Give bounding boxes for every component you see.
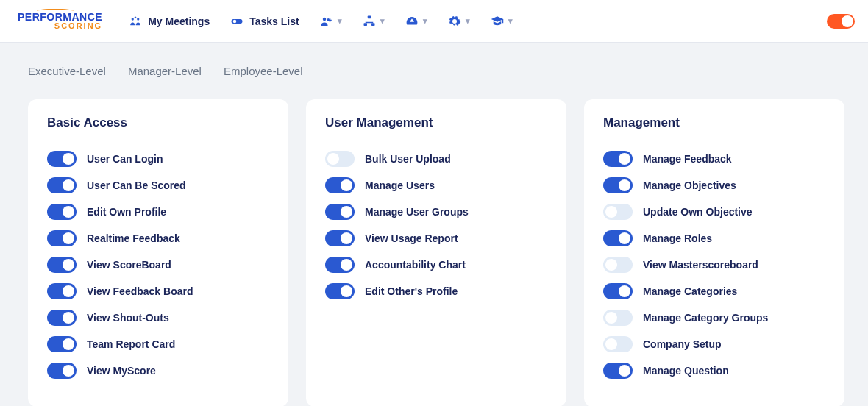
permission-toggle[interactable] (47, 363, 77, 379)
svg-rect-7 (363, 23, 367, 26)
permission-toggle[interactable] (47, 283, 77, 299)
level-tabs: Executive-Level Manager-Level Employee-L… (28, 65, 840, 77)
permission-label: Manage User Groups (365, 206, 469, 218)
permission-toggle[interactable] (603, 230, 633, 246)
people-meeting-icon (129, 15, 142, 28)
permission-row: Edit Own Profile (47, 204, 269, 220)
permission-toggle[interactable] (603, 310, 633, 326)
svg-rect-6 (367, 15, 371, 18)
nav-tasks-list-label: Tasks List (249, 15, 299, 27)
chevron-down-icon: ▾ (508, 16, 513, 26)
permission-row: User Can Login (47, 151, 269, 167)
permission-toggle[interactable] (603, 151, 633, 167)
chevron-down-icon: ▾ (380, 16, 385, 26)
permission-toggle[interactable] (47, 336, 77, 352)
permission-toggle[interactable] (325, 257, 355, 273)
svg-point-1 (137, 18, 139, 20)
permission-toggle[interactable] (47, 177, 77, 193)
permission-row: Team Report Card (47, 336, 269, 352)
permission-label: Manage Category Groups (643, 312, 768, 324)
permission-label: View Masterscoreboard (643, 259, 758, 271)
page-body: Executive-Level Manager-Level Employee-L… (0, 43, 868, 406)
nav-tasks-list[interactable]: Tasks List (230, 15, 299, 28)
gauge-icon (405, 15, 419, 28)
org-chart-icon (363, 15, 376, 28)
permission-toggle[interactable] (325, 283, 355, 299)
permission-toggle[interactable] (603, 177, 633, 193)
header-toggle[interactable] (827, 14, 855, 29)
permission-label: Team Report Card (87, 338, 175, 350)
permission-toggle[interactable] (603, 336, 633, 352)
permission-toggle[interactable] (325, 151, 355, 167)
logo-text-bottom: SCORING (18, 22, 102, 30)
nav-menu-org[interactable]: ▾ (363, 15, 385, 28)
logo-text-top: PERFORMANCE (18, 12, 102, 22)
permission-label: Realtime Feedback (87, 232, 180, 244)
nav-menu-settings[interactable]: ▾ (448, 15, 470, 28)
users-plus-icon (320, 15, 333, 28)
card-management: Management Manage FeedbackManage Objecti… (584, 99, 844, 406)
graduation-cap-icon (491, 15, 504, 28)
permission-toggle[interactable] (603, 283, 633, 299)
svg-rect-8 (371, 23, 375, 26)
nav-menu-dashboard[interactable]: ▾ (405, 15, 427, 28)
permission-label: Edit Own Profile (87, 206, 166, 218)
permission-label: Update Own Objective (643, 206, 753, 218)
perm-list: User Can LoginUser Can Be ScoredEdit Own… (47, 151, 269, 389)
nav-my-meetings[interactable]: My Meetings (129, 15, 210, 28)
permission-label: View Shout-Outs (87, 312, 169, 324)
permission-label: Manage Users (365, 179, 435, 191)
permission-toggle[interactable] (47, 151, 77, 167)
nav-my-meetings-label: My Meetings (148, 15, 210, 27)
nav-menu-learning[interactable]: ▾ (491, 15, 513, 28)
nav-menu-users[interactable]: ▾ (320, 15, 342, 28)
logo-arc-icon (37, 9, 74, 13)
perm-list: Bulk User UploadManage UsersManage User … (325, 151, 547, 310)
permission-row: Manage Categories (603, 283, 825, 299)
permission-row: View Shout-Outs (47, 310, 269, 326)
tab-manager-level[interactable]: Manager-Level (128, 65, 202, 77)
permission-label: Company Setup (643, 338, 722, 350)
permission-row: View ScoreBoard (47, 257, 269, 273)
permission-label: View ScoreBoard (87, 259, 171, 271)
perm-list: Manage FeedbackManage ObjectivesUpdate O… (603, 151, 825, 389)
permission-toggle[interactable] (47, 204, 77, 220)
permission-label: Manage Categories (643, 285, 737, 297)
chevron-down-icon: ▾ (423, 16, 427, 26)
permission-row: Manage Category Groups (603, 310, 825, 326)
permission-toggle[interactable] (325, 230, 355, 246)
permission-row: User Can Be Scored (47, 177, 269, 193)
permission-label: Accountability Chart (365, 259, 466, 271)
permission-label: Edit Other's Profile (365, 285, 458, 297)
permission-row: View MyScore (47, 363, 269, 379)
tab-executive-level[interactable]: Executive-Level (28, 65, 106, 77)
card-basic-access: Basic Access User Can LoginUser Can Be S… (28, 99, 288, 406)
permission-toggle[interactable] (325, 177, 355, 193)
permission-row: View Masterscoreboard (603, 257, 825, 273)
permission-toggle[interactable] (603, 204, 633, 220)
chevron-down-icon: ▾ (466, 16, 470, 26)
permission-row: Manage Objectives (603, 177, 825, 193)
card-title: Management (603, 115, 825, 130)
svg-point-0 (132, 18, 134, 20)
permission-toggle[interactable] (325, 204, 355, 220)
tab-employee-level[interactable]: Employee-Level (224, 65, 303, 77)
top-bar: PERFORMANCE SCORING My Meetings Tasks Li… (0, 0, 868, 43)
permission-toggle[interactable] (603, 257, 633, 273)
permission-row: Bulk User Upload (325, 151, 547, 167)
permission-toggle[interactable] (47, 230, 77, 246)
permission-label: Manage Objectives (643, 179, 736, 191)
permission-row: Manage Roles (603, 230, 825, 246)
permission-row: Manage User Groups (325, 204, 547, 220)
permission-toggle[interactable] (603, 363, 633, 379)
permission-label: User Can Be Scored (87, 179, 186, 191)
permission-row: Accountability Chart (325, 257, 547, 273)
svg-point-3 (233, 19, 237, 23)
permission-label: Bulk User Upload (365, 153, 451, 165)
permission-label: View Usage Report (365, 232, 458, 244)
permission-row: View Usage Report (325, 230, 547, 246)
permission-row: Update Own Objective (603, 204, 825, 220)
permission-toggle[interactable] (47, 257, 77, 273)
permission-toggle[interactable] (47, 310, 77, 326)
gear-icon (448, 15, 461, 28)
